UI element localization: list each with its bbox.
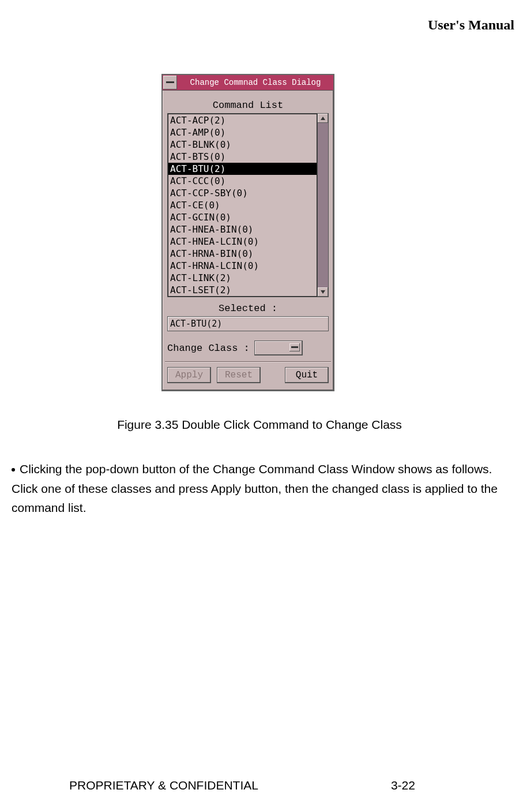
list-item[interactable]: ACT-LINK(2) xyxy=(168,272,317,284)
list-item[interactable]: ACT-LSET(2) xyxy=(168,284,317,296)
change-class-dropdown[interactable] xyxy=(254,340,303,356)
list-item[interactable]: ACT-HRNA-LCIN(0) xyxy=(168,260,317,272)
body-text: Clicking the pop-down button of the Chan… xyxy=(12,462,498,514)
system-menu-icon[interactable] xyxy=(163,76,177,89)
scroll-down-button[interactable] xyxy=(318,287,328,297)
figure-dialog-screenshot: Change Commnad Class Dialog Command List… xyxy=(161,74,332,391)
list-item[interactable]: ACT-CE(0) xyxy=(168,199,317,211)
list-item[interactable]: ACT-BLNK(0) xyxy=(168,139,317,151)
dialog-title: Change Commnad Class Dialog xyxy=(178,78,333,87)
page-footer: PROPRIETARY & CONFIDENTIAL 3-22 xyxy=(0,779,519,792)
list-item[interactable]: ACT-GCIN(0) xyxy=(168,211,317,223)
change-class-label: Change Class : xyxy=(167,343,250,354)
command-list-label: Command List xyxy=(167,100,329,111)
selected-command-input[interactable] xyxy=(167,316,329,331)
separator xyxy=(165,361,331,362)
dialog-titlebar: Change Commnad Class Dialog xyxy=(163,75,333,91)
footer-proprietary-label: PROPRIETARY & CONFIDENTIAL xyxy=(69,779,258,792)
list-item[interactable]: ACT-BTS(0) xyxy=(168,151,317,163)
selected-label: Selected : xyxy=(167,303,329,314)
command-list[interactable]: ACT-ACP(2)ACT-AMP(0)ACT-BLNK(0)ACT-BTS(0… xyxy=(167,113,329,297)
list-item[interactable]: ACT-HNEA-LCIN(0) xyxy=(168,235,317,248)
chevron-up-icon xyxy=(321,117,325,120)
list-item[interactable]: ACT-CCC(0) xyxy=(168,175,317,187)
reset-button[interactable]: Reset xyxy=(217,367,261,383)
bullet-icon xyxy=(12,468,15,472)
figure-caption: Figure 3.35 Double Click Command to Chan… xyxy=(0,418,519,432)
list-item[interactable]: ACT-BTU(2) xyxy=(168,163,317,175)
scroll-up-button[interactable] xyxy=(318,114,328,123)
list-item[interactable]: ACT-HRNA-BIN(0) xyxy=(168,248,317,260)
quit-button[interactable]: Quit xyxy=(285,367,329,383)
running-header: User's Manual xyxy=(428,17,514,33)
apply-button[interactable]: Apply xyxy=(167,367,211,383)
dropdown-handle-icon xyxy=(289,343,300,351)
list-item[interactable]: ACT-ACP(2) xyxy=(168,114,317,126)
body-paragraph: Clicking the pop-down button of the Chan… xyxy=(12,459,512,518)
change-command-class-dialog: Change Commnad Class Dialog Command List… xyxy=(161,74,334,391)
chevron-down-icon xyxy=(321,290,325,294)
list-item[interactable]: ACT-CCP-SBY(0) xyxy=(168,187,317,199)
list-item[interactable]: ACT-AMP(0) xyxy=(168,126,317,139)
list-item[interactable]: ACT-HNEA-BIN(0) xyxy=(168,223,317,235)
footer-page-number: 3-22 xyxy=(391,779,415,792)
command-list-scrollbar[interactable] xyxy=(317,114,328,297)
